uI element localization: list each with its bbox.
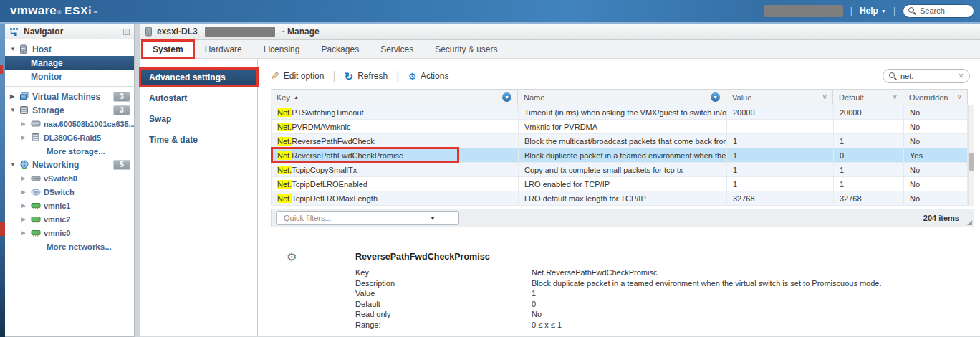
expand-arrow-icon[interactable]: ▶ <box>21 217 31 222</box>
count-badge: 5 <box>113 160 130 170</box>
sidebar-item-vmnic1[interactable]: ▶ vmnic1 <box>5 199 134 212</box>
sidebar-item-virtual-machines[interactable]: ▶ Virtual Machines 3 <box>5 90 134 103</box>
sidebar-item-vmnic0[interactable]: ▶ vmnic0 <box>5 226 134 239</box>
expand-arrow-icon[interactable]: ▶ <box>21 121 31 127</box>
expand-arrow-icon[interactable]: ▶ <box>10 93 19 100</box>
expand-arrow-icon[interactable]: ▶ <box>21 189 31 195</box>
subnav-item-advanced-settings[interactable]: Advanced settings <box>140 69 257 86</box>
sidebar-item-manage[interactable]: Manage <box>5 56 134 70</box>
default-cell: 1 <box>834 177 904 191</box>
default-cell: 0 <box>834 148 904 162</box>
table-scrollbar[interactable] <box>968 105 974 206</box>
table-row[interactable]: Net.TcpipCopySmallTx Copy and tx complet… <box>272 163 967 177</box>
default-cell: 20000 <box>834 105 904 119</box>
sidebar-item-datastore-raid5[interactable]: ▶ DL380G6-Raid5 <box>5 130 134 144</box>
subnav-item-swap[interactable]: Swap <box>140 110 257 128</box>
tab-system[interactable]: System <box>142 40 194 58</box>
chevron-down-icon[interactable]: ˅ <box>957 93 961 101</box>
detail-field-description: Description Block duplicate packet in a … <box>355 278 974 289</box>
expand-arrow-icon[interactable]: ▼ <box>10 46 19 52</box>
sidebar-item-label: Manage <box>31 58 63 68</box>
search-icon <box>908 7 916 15</box>
chevron-down-icon[interactable]: ˅ <box>822 93 827 101</box>
sidebar-item-vmnic2[interactable]: ▶ vmnic2 <box>5 212 134 226</box>
overridden-cell: No <box>904 163 967 176</box>
column-menu-icon[interactable]: ▾ <box>502 92 511 102</box>
navigator-tree: ▼ Host Manage Monitor ▶ Virtual Machines <box>5 39 134 253</box>
expand-arrow-icon[interactable]: ▶ <box>21 203 31 209</box>
sidebar-item-networking[interactable]: ▼ Networking 5 <box>5 158 134 171</box>
panel-resize-gutter[interactable] <box>135 24 140 337</box>
actions-button[interactable]: ⚙ Actions <box>408 71 448 81</box>
clear-filter-icon[interactable]: × <box>959 72 964 80</box>
dswitch-icon <box>31 189 44 196</box>
overridden-cell: No <box>904 134 967 148</box>
count-badge: 3 <box>113 92 130 102</box>
column-header-name[interactable]: Name ▾ <box>518 90 726 105</box>
trademark-mark: ™ <box>92 10 97 15</box>
advanced-settings-panel: ✎ Edit option | ↻ Refresh | ⚙ Actions <box>258 59 980 336</box>
column-header-value[interactable]: Value ˅ <box>726 90 833 105</box>
chevron-down-icon[interactable]: ˅ <box>893 93 897 101</box>
table-row[interactable]: Net.TcpipDefLROMaxLength LRO default max… <box>272 191 967 206</box>
sidebar-item-monitor[interactable]: Monitor <box>5 70 134 83</box>
expand-arrow-icon[interactable]: ▶ <box>21 135 31 141</box>
redacted-username <box>764 5 843 17</box>
sidebar-item-more-storage[interactable]: More storage... <box>5 144 134 158</box>
sidebar-item-dswitch[interactable]: ▶ DSwitch <box>5 185 134 199</box>
column-menu-icon[interactable]: ▾ <box>711 92 720 102</box>
column-header-overridden[interactable]: Overridden ˅ <box>903 90 967 105</box>
overridden-cell: No <box>904 120 967 133</box>
subnav-item-autostart[interactable]: Autostart <box>140 90 257 107</box>
tab-hardware[interactable]: Hardware <box>194 40 253 58</box>
edit-option-button[interactable]: ✎ Edit option <box>271 71 324 81</box>
expand-arrow-icon[interactable]: ▶ <box>21 230 31 236</box>
key-cell: TcpipCopySmallTx <box>292 166 357 174</box>
search-icon <box>889 72 897 80</box>
edge-red-mark <box>0 222 5 236</box>
sidebar-item-vswitch0[interactable]: ▶ vSwitch0 <box>5 171 134 185</box>
tab-services[interactable]: Services <box>370 40 424 58</box>
sidebar-item-label: Host <box>32 44 52 54</box>
collapse-panel-icon[interactable] <box>123 29 130 35</box>
column-header-key[interactable]: Key ▲ ▾ <box>271 90 518 105</box>
tab-licensing[interactable]: Licensing <box>253 40 311 58</box>
page-title-host: exsxi-DL3 <box>157 27 198 37</box>
table-row[interactable]: Net.PVRDMAVmknic Vmknic for PVRDMA No <box>272 120 967 134</box>
collapse-arrow-icon[interactable]: ▼ <box>10 107 19 113</box>
table-row[interactable]: Net.ReversePathFwdCheck Block the multic… <box>272 134 967 148</box>
sidebar-item-label: naa.600508b1001ca635... <box>44 120 134 128</box>
collapse-arrow-icon[interactable]: ▼ <box>10 161 19 168</box>
table-filter-input[interactable]: net. × <box>883 69 970 83</box>
column-header-default[interactable]: Default ˅ <box>833 90 903 105</box>
sidebar-item-storage[interactable]: ▼ Storage 3 <box>5 103 134 117</box>
table-row[interactable]: Net.TcpipDefLROEnabled LRO enabled for T… <box>272 177 967 191</box>
help-menu[interactable]: Help ▼ <box>860 6 886 16</box>
subnav-label: Advanced settings <box>149 72 226 82</box>
sidebar-item-label: DL380G6-Raid5 <box>44 133 101 142</box>
highlighted-key-prefix: Net. <box>277 166 292 174</box>
sidebar-item-datastore-naa[interactable]: ▶ naa.600508b1001ca635... <box>5 117 134 130</box>
scrollbar-thumb[interactable] <box>969 153 974 171</box>
host-title-bar: exsxi-DL3 - Manage <box>140 24 980 40</box>
tab-packages[interactable]: Packages <box>310 40 370 58</box>
subnav-item-time-date[interactable]: Time & date <box>140 131 257 148</box>
navigator-tree-icon <box>9 27 19 37</box>
table-row-selected[interactable]: Net.ReversePathFwdCheckPromisc Block dup… <box>272 148 967 163</box>
sidebar-item-label: DSwitch <box>44 188 75 196</box>
sidebar-item-host[interactable]: ▼ Host <box>5 42 134 56</box>
key-cell: TcpipDefLROEnabled <box>292 180 368 189</box>
tab-security-users[interactable]: Security & users <box>424 40 508 58</box>
resize-handle-icon[interactable]: ◢ <box>967 219 972 226</box>
table-row[interactable]: Net.PTSwitchingTimeout Timeout (in ms) w… <box>272 105 967 120</box>
sidebar-item-more-networks[interactable]: More networks... <box>5 239 134 253</box>
window-edge-strip <box>0 24 5 337</box>
refresh-button[interactable]: ↻ Refresh <box>345 71 388 82</box>
divider <box>5 86 134 87</box>
quick-filters-dropdown[interactable]: Quick filters... ▼ <box>276 211 459 225</box>
expand-arrow-icon[interactable]: ▶ <box>21 176 31 181</box>
global-search-input[interactable]: Search <box>903 4 974 18</box>
navigator-panel: Navigator ▼ Host Manage Monitor ▶ <box>5 24 135 337</box>
chevron-down-icon: ▼ <box>430 215 436 222</box>
sidebar-item-label: vmnic2 <box>44 215 70 224</box>
